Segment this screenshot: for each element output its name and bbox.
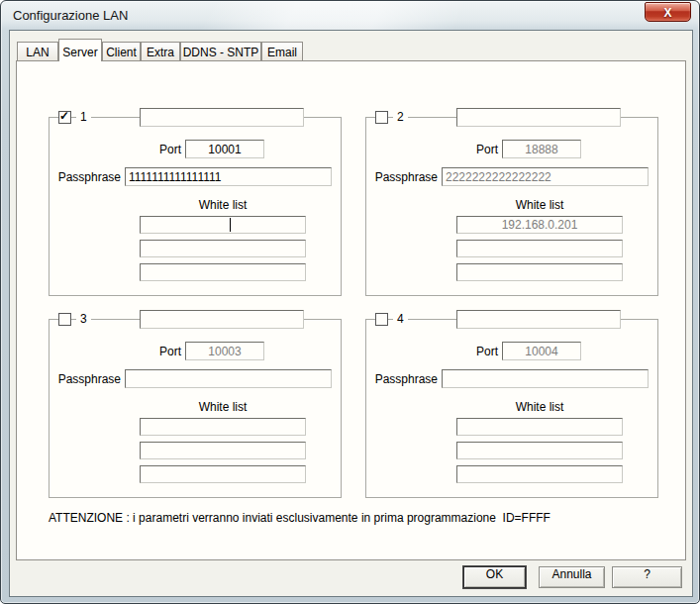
enable-checkbox-2[interactable] <box>375 111 388 124</box>
passphrase-input-1[interactable] <box>125 167 332 186</box>
enable-checkbox-1[interactable]: ✓ <box>58 111 71 124</box>
port-input-3[interactable] <box>185 342 264 360</box>
tab-client[interactable]: Client <box>102 42 141 60</box>
window-title: Configurazione LAN <box>13 8 128 23</box>
whitelist-label: White list <box>140 198 306 212</box>
close-button[interactable]: X <box>645 2 691 22</box>
tab-lan[interactable]: LAN <box>17 42 58 60</box>
dialog-window: Configurazione LAN X LAN Server Client E… <box>0 0 700 604</box>
port-label: Port <box>426 143 498 156</box>
server-group-2: 2 Port Passphrase White list <box>365 117 658 296</box>
name-input-4[interactable] <box>456 310 621 329</box>
passphrase-input-3[interactable] <box>125 369 332 388</box>
group-number-label: 4 <box>393 312 408 326</box>
passphrase-label: Passphrase <box>368 170 438 184</box>
group-number-label: 2 <box>393 110 408 124</box>
text-caret <box>230 218 231 232</box>
port-label: Port <box>109 345 181 358</box>
passphrase-input-4[interactable] <box>442 369 649 388</box>
port-input-2[interactable] <box>502 140 581 158</box>
server-group-1: ✓ 1 Port Passphrase White list <box>49 117 342 296</box>
port-label: Port <box>109 143 181 156</box>
whitelist-input-3-2[interactable] <box>140 442 306 459</box>
whitelist-input-1-1[interactable] <box>140 216 306 234</box>
whitelist-label: White list <box>456 198 623 212</box>
titlebar-sheen <box>179 1 506 30</box>
whitelist-label: White list <box>140 400 306 414</box>
name-input-3[interactable] <box>140 310 304 329</box>
name-input-1[interactable] <box>140 108 304 127</box>
help-button[interactable]: ? <box>612 566 682 588</box>
cancel-button[interactable]: Annulla <box>539 566 605 588</box>
passphrase-label: Passphrase <box>51 170 121 184</box>
group-number-label: 1 <box>76 110 91 124</box>
port-label: Port <box>426 345 498 358</box>
whitelist-input-1-3[interactable] <box>140 263 306 281</box>
whitelist-input-4-3[interactable] <box>456 465 623 483</box>
tab-server[interactable]: Server <box>58 39 102 61</box>
tab-ddns-sntp[interactable]: DDNS - SNTP <box>180 42 261 60</box>
whitelist-input-3-3[interactable] <box>140 465 306 483</box>
server-group-3: 3 Port Passphrase White list <box>49 319 342 498</box>
enable-checkbox-3[interactable] <box>58 313 71 326</box>
name-input-2[interactable] <box>456 108 621 127</box>
ok-button[interactable]: OK <box>463 566 526 588</box>
server-group-4: 4 Port Passphrase White list <box>365 319 658 498</box>
passphrase-label: Passphrase <box>368 372 438 386</box>
whitelist-input-3-1[interactable] <box>140 418 306 436</box>
whitelist-input-2-1[interactable] <box>456 216 623 234</box>
port-input-4[interactable] <box>502 342 581 360</box>
tab-email[interactable]: Email <box>261 42 303 60</box>
passphrase-input-2[interactable] <box>442 167 649 186</box>
whitelist-input-2-2[interactable] <box>456 240 623 257</box>
whitelist-input-2-3[interactable] <box>456 263 623 281</box>
whitelist-label: White list <box>456 400 623 414</box>
check-icon: ✓ <box>59 109 69 123</box>
title-bar: Configurazione LAN X <box>1 1 699 30</box>
whitelist-input-4-1[interactable] <box>456 418 623 436</box>
port-input-1[interactable] <box>185 140 264 158</box>
whitelist-input-1-2[interactable] <box>140 240 306 257</box>
enable-checkbox-4[interactable] <box>375 313 388 326</box>
tab-extra[interactable]: Extra <box>141 42 180 60</box>
passphrase-label: Passphrase <box>51 372 121 386</box>
warning-text: ATTENZIONE : i parametri verranno inviat… <box>49 511 550 525</box>
close-icon: X <box>663 6 671 20</box>
group-number-label: 3 <box>76 312 91 326</box>
whitelist-input-4-2[interactable] <box>456 442 623 459</box>
